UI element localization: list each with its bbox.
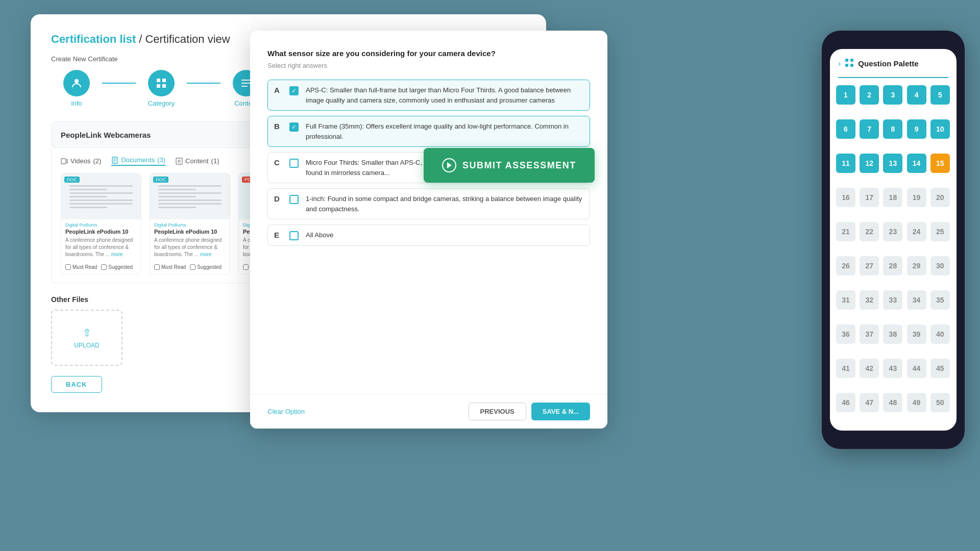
svg-rect-7: [241, 86, 248, 87]
palette-num-50[interactable]: 50: [930, 393, 950, 412]
palette-num-13[interactable]: 13: [883, 154, 902, 173]
palette-num-31[interactable]: 31: [836, 290, 855, 310]
answer-row-e[interactable]: E All Above: [267, 224, 590, 246]
palette-num-37[interactable]: 37: [860, 324, 879, 344]
palette-num-35[interactable]: 35: [930, 290, 950, 310]
doc-name-2: PeopleLink ePodium 10: [150, 229, 230, 237]
palette-num-7[interactable]: 7: [860, 119, 879, 139]
back-button[interactable]: BACK: [51, 376, 102, 393]
palette-num-47[interactable]: 47: [860, 393, 879, 412]
palette-num-28[interactable]: 28: [883, 256, 902, 276]
tab-content[interactable]: Content (1): [176, 156, 219, 166]
palette-num-15[interactable]: 15: [930, 154, 950, 173]
palette-num-38[interactable]: 38: [883, 324, 902, 344]
palette-num-36[interactable]: 36: [836, 324, 855, 344]
doc-badge-2: DOC: [153, 177, 168, 183]
palette-num-44[interactable]: 44: [907, 359, 926, 378]
connector-2: [187, 83, 220, 84]
palette-num-4[interactable]: 4: [907, 85, 926, 105]
previous-button[interactable]: PREVIOUS: [469, 403, 526, 420]
question-panel: What sensor size are you considering for…: [250, 31, 607, 261]
palette-num-49[interactable]: 49: [907, 393, 926, 412]
palette-num-1[interactable]: 1: [836, 85, 855, 105]
palette-num-16[interactable]: 16: [836, 188, 855, 207]
palette-num-39[interactable]: 39: [907, 324, 926, 344]
answer-checkbox-b[interactable]: ✓: [289, 122, 299, 132]
palette-num-22[interactable]: 22: [860, 222, 879, 241]
palette-num-12[interactable]: 12: [860, 154, 879, 173]
doc-thumb-1: DOC: [61, 173, 141, 219]
palette-num-20[interactable]: 20: [930, 188, 950, 207]
answer-checkbox-c[interactable]: [289, 159, 299, 168]
breadcrumb-current: Certification view: [145, 33, 230, 46]
palette-num-5[interactable]: 5: [930, 85, 950, 105]
palette-num-8[interactable]: 8: [883, 119, 902, 139]
palette-num-40[interactable]: 40: [930, 324, 950, 344]
tab-documents[interactable]: Documents (3): [111, 156, 165, 166]
palette-num-17[interactable]: 17: [860, 188, 879, 207]
answer-row-a[interactable]: A ✓ APS-C: Smaller than full-frame but l…: [267, 80, 590, 111]
palette-num-9[interactable]: 9: [907, 119, 926, 139]
step-info[interactable]: Info: [51, 70, 102, 107]
answer-row-d[interactable]: D 1-inch: Found in some compact and brid…: [267, 188, 590, 219]
palette-chevron-icon[interactable]: ›: [838, 59, 841, 68]
palette-num-48[interactable]: 48: [883, 393, 902, 412]
palette-num-46[interactable]: 46: [836, 393, 855, 412]
doc-mustread-1[interactable]: Must Read: [65, 264, 97, 270]
upload-label: UPLOAD: [74, 342, 99, 349]
answer-checkbox-d[interactable]: [289, 195, 299, 204]
palette-num-34[interactable]: 34: [907, 290, 926, 310]
answer-checkbox-e[interactable]: [289, 231, 299, 240]
step-category[interactable]: Category: [136, 70, 187, 107]
palette-num-24[interactable]: 24: [907, 222, 926, 241]
palette-num-11[interactable]: 11: [836, 154, 855, 173]
palette-num-42[interactable]: 42: [860, 359, 879, 378]
palette-num-41[interactable]: 41: [836, 359, 855, 378]
svg-rect-35: [850, 64, 853, 67]
submit-assessment-button[interactable]: SUBMIT ASSESSMENT: [424, 148, 595, 183]
nav-buttons: PREVIOUS SAVE & N...: [469, 403, 590, 420]
answer-row-b[interactable]: B ✓ Full Frame (35mm): Offers excellent …: [267, 116, 590, 147]
svg-rect-2: [162, 79, 166, 82]
palette-num-2[interactable]: 2: [860, 85, 879, 105]
palette-grid: 1234567891011121314151617181920212223242…: [830, 78, 957, 431]
tab-videos[interactable]: Videos (2): [61, 156, 101, 166]
palette-num-14[interactable]: 14: [907, 154, 926, 173]
svg-point-25: [178, 160, 180, 162]
tab-documents-count: (3): [157, 156, 165, 164]
doc-card-2[interactable]: DOC Digital Podiums PeopleLink ePodium 1…: [150, 173, 230, 274]
answer-checkbox-a[interactable]: ✓: [289, 86, 299, 95]
palette-num-45[interactable]: 45: [930, 359, 950, 378]
palette-num-29[interactable]: 29: [907, 256, 926, 276]
upload-box[interactable]: ⇧ UPLOAD: [51, 310, 122, 366]
doc-suggested-1[interactable]: Suggested: [101, 264, 133, 270]
palette-num-43[interactable]: 43: [883, 359, 902, 378]
connector-1: [102, 83, 136, 84]
palette-num-32[interactable]: 32: [860, 290, 879, 310]
answer-text-d: 1-inch: Found in some compact and bridge…: [306, 194, 583, 214]
palette-num-6[interactable]: 6: [836, 119, 855, 139]
palette-num-18[interactable]: 18: [883, 188, 902, 207]
palette-num-10[interactable]: 10: [930, 119, 950, 139]
palette-num-25[interactable]: 25: [930, 222, 950, 241]
palette-num-26[interactable]: 26: [836, 256, 855, 276]
palette-num-27[interactable]: 27: [860, 256, 879, 276]
palette-num-21[interactable]: 21: [836, 222, 855, 241]
doc-mustread-2[interactable]: Must Read: [154, 264, 186, 270]
section-title: PeopleLink Webcameras: [61, 131, 151, 139]
save-next-button[interactable]: SAVE & N...: [531, 403, 590, 420]
step-info-label: Info: [71, 99, 82, 107]
doc-card-1[interactable]: DOC Digital Podiums PeopleLink ePodium 1…: [61, 173, 141, 274]
svg-rect-5: [241, 80, 251, 81]
breadcrumb-link[interactable]: Certification list: [51, 33, 136, 46]
palette-num-23[interactable]: 23: [883, 222, 902, 241]
submit-play-icon: [442, 158, 456, 172]
palette-num-33[interactable]: 33: [883, 290, 902, 310]
palette-num-30[interactable]: 30: [930, 256, 950, 276]
palette-num-19[interactable]: 19: [907, 188, 926, 207]
palette-grid-icon: [845, 58, 854, 69]
clear-option-button[interactable]: Clear Option: [267, 408, 305, 415]
palette-num-3[interactable]: 3: [883, 85, 902, 105]
svg-rect-32: [845, 59, 848, 62]
doc-suggested-2[interactable]: Suggested: [190, 264, 222, 270]
